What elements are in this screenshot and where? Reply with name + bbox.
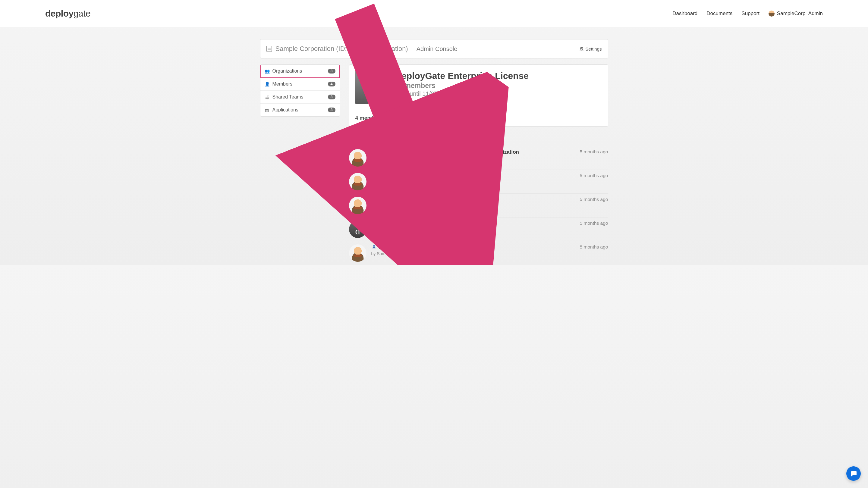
logo-part-1: deploy: [45, 8, 73, 19]
header-left: Sample Corporation (ID: SampleCorporatio…: [267, 45, 458, 53]
license-usage: 4 members used / 16 available: [355, 110, 602, 126]
users-icon: [371, 149, 377, 155]
count-badge: 3: [328, 95, 336, 99]
recent-modifications-heading: Recent Modifications: [349, 135, 608, 143]
svg-rect-7: [372, 224, 373, 225]
building-icon: [267, 46, 272, 52]
sidebar-item-members[interactable]: 👤 Members 4: [260, 78, 340, 91]
two-column-layout: 👥 Organizations 3 👤 Members 4 ⇶ Shared T…: [260, 64, 608, 265]
org-name: Sample Corporation (ID: SampleCorporatio…: [276, 45, 408, 53]
feed-timestamp: 5 months ago: [580, 149, 608, 155]
settings-link[interactable]: ⚙ Settings: [580, 46, 601, 52]
sidebar-item-label: Organizations: [273, 68, 302, 74]
sidebar-item-organizations[interactable]: 👥 Organizations 3: [260, 65, 340, 78]
sidebar-item-label: Shared Teams: [273, 94, 304, 100]
nav-dashboard[interactable]: Dashboard: [673, 10, 698, 17]
feed-byline: by SampleCorp_Admin: [371, 156, 608, 161]
sidebar: 👥 Organizations 3 👤 Members 4 ⇶ Shared T…: [260, 64, 340, 117]
logo-part-2: gate: [73, 8, 90, 19]
license-top: d DeployGate Enterprise License 20 membe…: [355, 71, 602, 110]
svg-point-3: [373, 174, 375, 175]
header-card: Sample Corporation (ID: SampleCorporatio…: [260, 39, 608, 59]
feed-title: Added enomoto02 to sample-org organizati…: [371, 197, 491, 203]
svg-rect-8: [375, 224, 376, 225]
feed-item: Added SampleCorp_InTester2 to sample-org…: [349, 146, 608, 170]
count-badge: 3: [328, 69, 336, 73]
settings-label: Settings: [585, 46, 601, 52]
feed-timestamp: 5 months ago: [580, 173, 608, 178]
count-badge: 4: [328, 82, 336, 87]
license-card: d DeployGate Enterprise License 20 membe…: [349, 64, 608, 127]
users-icon: [371, 197, 377, 203]
feed-byline: by SampleCorp_Admin: [371, 251, 608, 256]
sitemap-icon: [371, 221, 377, 227]
feed-item: Removed member enomoto025 months agoby S…: [349, 170, 608, 193]
topbar: deploygate Dashboard Documents Support S…: [0, 0, 868, 27]
license-info: DeployGate Enterprise License 20 members…: [395, 71, 529, 104]
avatar-logo: d: [349, 221, 367, 238]
feed-item: Added member enomoto025 months agoby Sam…: [349, 241, 608, 265]
feed-title: Added SampleCorp_InTester2 to sample-org…: [371, 149, 519, 155]
nav-documents[interactable]: Documents: [707, 10, 733, 17]
page: Sample Corporation (ID: SampleCorporatio…: [260, 39, 608, 265]
feed-title-text: Added enomoto02 to sample-org organizati…: [379, 197, 491, 203]
svg-point-2: [374, 150, 375, 152]
sidebar-item-shared-teams[interactable]: ⇶ Shared Teams 3: [260, 91, 340, 104]
feed-title-text: Added member enomoto02: [379, 244, 445, 250]
license-valid-until: Valid until 11/07, 2027: [395, 90, 529, 97]
members-used: 4 members used: [355, 115, 397, 121]
svg-rect-6: [373, 221, 375, 222]
logo[interactable]: deploygate: [45, 8, 90, 19]
user-icon: [371, 173, 377, 179]
svg-point-4: [372, 198, 374, 199]
feed-timestamp: 5 months ago: [580, 221, 608, 226]
sidebar-item-label: Members: [273, 82, 293, 87]
feed-timestamp: 5 months ago: [580, 244, 608, 250]
feed-title-text: Removed member enomoto02: [379, 173, 453, 179]
license-logo: d: [355, 71, 389, 104]
feed-title-text: Added SampleCorp_InTester2 to sample-org…: [379, 149, 519, 155]
sidebar-item-applications[interactable]: ▤ Applications 3: [260, 104, 340, 116]
sitemap-icon: ⇶: [265, 95, 270, 99]
users-icon: 👥: [265, 69, 270, 73]
svg-point-5: [374, 198, 375, 199]
feed-title: Added member enomoto02: [371, 244, 445, 250]
user-icon: [371, 244, 377, 250]
grid-icon: ▤: [265, 107, 270, 112]
feed-timestamp: 5 months ago: [580, 197, 608, 202]
gear-icon: ⚙: [580, 46, 584, 52]
feed-title: Removed member enomoto02: [371, 173, 453, 179]
avatar: [349, 173, 367, 190]
avatar: [349, 149, 367, 167]
nav: Dashboard Documents Support SampleCorp_A…: [673, 10, 823, 17]
feed-byline: by SampleCorp_Admin: [371, 180, 608, 185]
feed-title-text: Added enomoto02 to All Staff Team: [379, 221, 465, 227]
svg-point-9: [373, 245, 375, 247]
feed-title: Added enomoto02 to All Staff Team: [371, 221, 465, 227]
breadcrumb-org[interactable]: Sample Corporation (ID: SampleCorporatio…: [267, 45, 408, 53]
username: SampleCorp_Admin: [777, 10, 823, 17]
members-available: / 16 available: [397, 115, 430, 121]
avatar: [349, 244, 367, 262]
license-members: 20 members: [395, 82, 529, 90]
feed-item: dAdded enomoto02 to All Staff Team5 mont…: [349, 217, 608, 241]
main-column: d DeployGate Enterprise License 20 membe…: [349, 64, 608, 265]
nav-support[interactable]: Support: [741, 10, 760, 17]
license-title: DeployGate Enterprise License: [395, 71, 529, 81]
user-icon: 👤: [265, 82, 270, 87]
avatar: [349, 197, 367, 214]
svg-point-1: [372, 150, 374, 152]
breadcrumb-admin-console: Admin Console: [416, 45, 458, 53]
nav-user[interactable]: SampleCorp_Admin: [769, 10, 823, 17]
feed: Added SampleCorp_InTester2 to sample-org…: [349, 146, 608, 265]
avatar-icon: [769, 10, 775, 17]
sidebar-item-label: Applications: [273, 107, 299, 113]
count-badge: 3: [328, 107, 336, 112]
feed-item: Added enomoto02 to sample-org organizati…: [349, 193, 608, 217]
feed-byline: by SampleCorp_Admin: [371, 204, 608, 208]
